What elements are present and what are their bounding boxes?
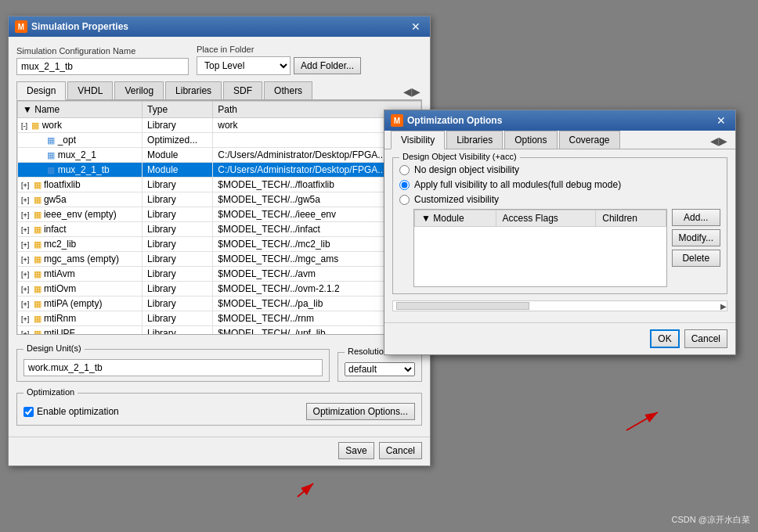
modify-btn[interactable]: Modify...: [672, 229, 720, 246]
place-folder-select[interactable]: Top Level: [197, 56, 291, 75]
cell-name: [-] ▦ work: [18, 118, 143, 133]
main-titlebar: M Simulation Properties ✕: [9, 16, 430, 37]
table-row[interactable]: [+] ▦ floatfixlib Library $MODEL_TECH/..…: [18, 178, 421, 192]
place-folder-label: Place in Folder: [197, 45, 361, 54]
table-row[interactable]: [+] ▦ mtiUPF Library $MODEL_TECH/../upf_…: [18, 326, 421, 336]
table-row[interactable]: [+] ▦ mtiPA (empty) Library $MODEL_TECH/…: [18, 297, 421, 311]
svg-line-2: [626, 412, 658, 430]
cell-type: Library: [143, 252, 213, 267]
cell-type: Library: [143, 311, 213, 326]
main-dialog: M Simulation Properties ✕ Simulation Con…: [8, 16, 431, 466]
cell-name: ▦ _opt: [18, 133, 143, 148]
config-name-input[interactable]: [16, 58, 189, 75]
ok-btn[interactable]: OK: [650, 329, 679, 348]
resolution-select[interactable]: default: [345, 362, 415, 376]
cell-name: [+] ▦ mgc_ams (empty): [18, 252, 143, 267]
table-row[interactable]: [+] ▦ mc2_lib Library $MODEL_TECH/../mc2…: [18, 237, 421, 252]
opt-footer: OK Cancel: [384, 322, 735, 354]
opt-titlebar: M Optimization Options ✕: [384, 110, 735, 131]
opt-title: Optimization Options: [407, 115, 502, 126]
opt-body: Design Object Visibility (+acc) No desig…: [384, 149, 735, 322]
table-row[interactable]: ▦ mux_2_1 Module C:/Users/Administrator/…: [18, 148, 421, 163]
design-units-box: Design Unit(s): [16, 349, 330, 382]
opt-tab-visibility[interactable]: Visibility: [391, 131, 445, 149]
delete-btn[interactable]: Delete: [672, 250, 720, 267]
cell-name: [+] ▦ mtiRnm: [18, 311, 143, 326]
main-close-btn[interactable]: ✕: [408, 20, 424, 33]
cell-name: [+] ▦ ieee_env (empty): [18, 207, 143, 222]
cell-type: Module: [143, 148, 213, 163]
tab-sdf[interactable]: SDF: [223, 81, 262, 99]
col-name: ▼ Name: [18, 102, 143, 118]
radio-no-visibility[interactable]: [399, 165, 410, 175]
table-row[interactable]: [+] ▦ mgc_ams (empty) Library $MODEL_TEC…: [18, 252, 421, 267]
visibility-group: Design Object Visibility (+acc) No desig…: [392, 157, 727, 294]
col-module: ▼ Module: [415, 210, 496, 227]
table-row[interactable]: [+] ▦ mtiOvm Library $MODEL_TECH/../ovm-…: [18, 282, 421, 297]
enable-opt-checkbox[interactable]: [23, 407, 34, 417]
tab-vhdl[interactable]: VHDL: [67, 81, 113, 99]
watermark: CSDN @凉开水白菜: [672, 514, 750, 526]
radio-full-visibility[interactable]: [399, 180, 410, 190]
cell-type: Library: [143, 297, 213, 311]
cell-name: [+] ▦ mtiAvm: [18, 267, 143, 282]
opt-title-left: M Optimization Options: [391, 114, 502, 127]
table-row[interactable]: [+] ▦ infact Library $MODEL_TECH/../infa…: [18, 222, 421, 237]
cell-type: Library: [143, 237, 213, 252]
config-row: Simulation Configuration Name Place in F…: [16, 45, 422, 75]
config-name-group: Simulation Configuration Name: [16, 46, 189, 75]
save-btn[interactable]: Save: [338, 442, 374, 459]
table-row[interactable]: [+] ▦ gw5a Library $MODEL_TECH/../gw5a: [18, 192, 421, 207]
design-units-input[interactable]: [23, 359, 323, 376]
opt-tab-libraries[interactable]: Libraries: [446, 131, 503, 149]
design-units-label: Design Unit(s): [23, 343, 85, 353]
table-row[interactable]: ▦ _opt Optimized...: [18, 133, 421, 148]
add-btn[interactable]: Add...: [672, 209, 720, 226]
cell-name: [+] ▦ infact: [18, 222, 143, 237]
app-icon: M: [15, 20, 27, 33]
radio-no-visibility-label[interactable]: No design object visibility: [414, 164, 519, 175]
resolution-box: Resolution default: [337, 352, 422, 382]
title-left: M Simulation Properties: [15, 20, 128, 33]
opt-tab-options[interactable]: Options: [504, 131, 557, 149]
opt-tab-coverage[interactable]: Coverage: [559, 131, 620, 149]
radio-row-3: Customized visibility: [399, 194, 720, 205]
main-title: Simulation Properties: [31, 21, 128, 32]
cell-name: [+] ▦ mtiPA (empty): [18, 297, 143, 311]
table-row[interactable]: ▦ mux_2_1_tb Module C:/Users/Administrat…: [18, 163, 421, 178]
module-table-container[interactable]: ▼ Module Access Flags Children: [413, 209, 667, 287]
svg-line-1: [298, 483, 313, 497]
opt-cancel-btn[interactable]: Cancel: [684, 329, 727, 348]
tab-verilog[interactable]: Verilog: [114, 81, 164, 99]
table-row[interactable]: [-] ▦ work Library work: [18, 118, 421, 133]
module-table: ▼ Module Access Flags Children: [414, 210, 666, 227]
radio-row-2: Apply full visibility to all modules(ful…: [399, 179, 720, 190]
tab-others[interactable]: Others: [264, 81, 312, 99]
design-table-container[interactable]: ▼ Name Type Path [-] ▦ work Library work…: [16, 100, 422, 335]
module-table-section: ▼ Module Access Flags Children Add... Mo…: [399, 209, 720, 287]
add-folder-btn[interactable]: Add Folder...: [294, 57, 361, 74]
tab-libraries[interactable]: Libraries: [165, 81, 222, 99]
opt-close-btn[interactable]: ✕: [713, 114, 729, 127]
opt-scroll-icon[interactable]: ◀▶: [709, 133, 729, 149]
enable-opt-text: Enable optimization: [37, 406, 119, 417]
cell-name: [+] ▦ mc2_lib: [18, 237, 143, 252]
cell-type: Library: [143, 267, 213, 282]
table-row[interactable]: [+] ▦ mtiRnm Library $MODEL_TECH/../rnm: [18, 311, 421, 326]
radio-full-visibility-label[interactable]: Apply full visibility to all modules(ful…: [414, 179, 621, 190]
main-cancel-btn[interactable]: Cancel: [379, 442, 422, 459]
table-row[interactable]: [+] ▦ ieee_env (empty) Library $MODEL_TE…: [18, 207, 421, 222]
main-body: Simulation Configuration Name Place in F…: [9, 37, 430, 343]
hscroll-bar[interactable]: ▶: [392, 300, 727, 311]
col-type: Type: [143, 102, 213, 118]
opt-options-btn[interactable]: Optimization Options...: [306, 403, 415, 420]
cell-name: [+] ▦ mtiOvm: [18, 282, 143, 297]
table-row[interactable]: [+] ▦ mtiAvm Library $MODEL_TECH/../avm: [18, 267, 421, 282]
radio-custom-visibility-label[interactable]: Customized visibility: [414, 194, 499, 205]
cell-type: Library: [143, 118, 213, 133]
tab-design[interactable]: Design: [16, 81, 66, 100]
resolution-row: default: [345, 362, 415, 376]
enable-opt-label[interactable]: Enable optimization: [23, 406, 119, 417]
radio-custom-visibility[interactable]: [399, 195, 410, 205]
tabs-scroll-icon[interactable]: ◀▶: [402, 84, 422, 99]
